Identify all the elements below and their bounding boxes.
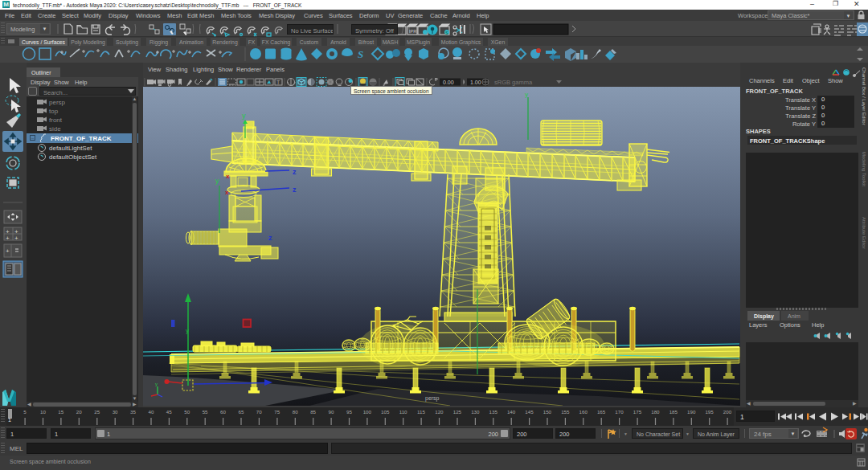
- svg-text:125: 125: [453, 409, 462, 415]
- svg-text:+: +: [14, 235, 18, 242]
- svg-text:175: 175: [633, 409, 642, 415]
- svg-text:IPR: IPR: [409, 29, 416, 34]
- svg-text:25: 25: [94, 409, 100, 415]
- svg-text:110: 110: [399, 409, 407, 415]
- svg-text:70: 70: [256, 409, 262, 415]
- svg-text:30: 30: [113, 409, 118, 415]
- svg-text:135: 135: [489, 409, 498, 415]
- svg-text:10: 10: [40, 409, 46, 415]
- svg-text:y: y: [525, 91, 528, 98]
- svg-text:185: 185: [669, 409, 678, 415]
- svg-text:90: 90: [329, 409, 334, 415]
- svg-text:z: z: [293, 186, 297, 194]
- svg-text:5: 5: [23, 409, 27, 415]
- svg-text:120: 120: [435, 409, 444, 415]
- svg-text:sRGB gamma: sRGB gamma: [494, 79, 533, 86]
- svg-text:200: 200: [723, 409, 732, 415]
- svg-text:195: 195: [705, 409, 714, 415]
- svg-text:y: y: [155, 382, 158, 386]
- svg-text:180: 180: [651, 409, 660, 415]
- svg-text:35: 35: [130, 409, 136, 415]
- svg-text:y: y: [242, 112, 246, 120]
- svg-text:+: +: [6, 235, 10, 242]
- svg-text:40: 40: [148, 409, 154, 415]
- svg-text:y: y: [215, 177, 219, 185]
- svg-text:20: 20: [76, 409, 82, 415]
- svg-text:T: T: [276, 80, 280, 85]
- svg-text:S: S: [358, 48, 363, 60]
- svg-text:130: 130: [471, 409, 480, 415]
- svg-text:60: 60: [220, 409, 226, 415]
- svg-text:y: y: [186, 327, 189, 334]
- svg-text:75: 75: [274, 409, 280, 415]
- svg-text:15: 15: [58, 409, 63, 415]
- svg-text:100: 100: [363, 409, 372, 415]
- svg-text:55: 55: [203, 409, 208, 415]
- svg-text:85: 85: [310, 409, 316, 415]
- svg-text:65: 65: [238, 409, 244, 415]
- svg-text:165: 165: [597, 409, 606, 415]
- svg-text:45: 45: [166, 409, 172, 415]
- svg-text:150: 150: [543, 409, 552, 415]
- svg-text:170: 170: [615, 409, 624, 415]
- svg-text:155: 155: [561, 409, 570, 415]
- svg-text:50: 50: [184, 409, 190, 415]
- svg-text:x: x: [226, 173, 230, 180]
- svg-text:1.00: 1.00: [470, 80, 481, 85]
- svg-text:+: +: [6, 247, 10, 255]
- svg-text:105: 105: [381, 409, 390, 415]
- svg-text:z: z: [293, 168, 297, 176]
- svg-text:80: 80: [293, 409, 298, 415]
- svg-text:140: 140: [507, 409, 516, 415]
- svg-text:95: 95: [346, 409, 352, 415]
- svg-text:145: 145: [525, 409, 534, 415]
- svg-text:190: 190: [687, 409, 696, 415]
- svg-text:115: 115: [417, 409, 425, 415]
- svg-text:160: 160: [579, 409, 588, 415]
- svg-text:x: x: [225, 189, 229, 196]
- svg-text:z: z: [268, 234, 272, 242]
- svg-text:0.00: 0.00: [443, 80, 454, 85]
